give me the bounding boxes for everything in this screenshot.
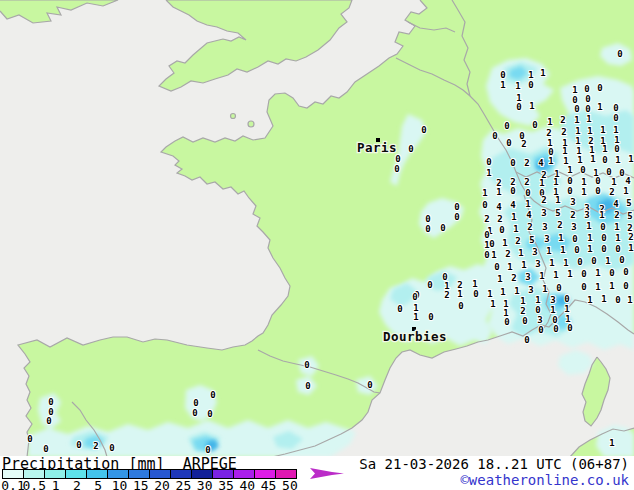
precip-value-marker: 0 xyxy=(504,317,509,327)
precip-value-marker: 0 xyxy=(613,103,618,113)
city-label: Paris xyxy=(357,140,397,155)
precip-value-marker: 5 xyxy=(626,198,631,208)
precip-value-marker: 1 xyxy=(546,246,551,256)
precip-value-marker: 0 xyxy=(305,381,310,391)
precip-value-marker: 1 xyxy=(513,224,518,234)
precip-value-marker: 1 xyxy=(609,281,614,291)
precip-value-marker: 2 xyxy=(497,214,502,224)
precip-value-marker: 1 xyxy=(600,125,605,135)
precip-value-marker: 1 xyxy=(482,188,487,198)
precip-value-marker: 0 xyxy=(581,269,586,279)
precip-value-marker: 0 xyxy=(591,256,596,266)
precip-value-marker: 1 xyxy=(587,126,592,136)
precip-value-marker: 1 xyxy=(514,286,519,296)
precip-value-marker: 1 xyxy=(548,156,553,166)
precip-value-marker: 0 xyxy=(535,305,540,315)
precip-value-marker: 0 xyxy=(394,164,399,174)
precip-value-marker: 0 xyxy=(623,267,628,277)
precip-value-marker: 2 xyxy=(609,187,614,197)
precip-value-marker: 2 xyxy=(527,222,532,232)
precip-value-marker: 3 xyxy=(537,315,542,325)
precip-value-marker: 0 xyxy=(525,188,530,198)
precip-value-marker: 1 xyxy=(586,221,591,231)
precip-value-marker: 2 xyxy=(505,249,510,259)
precip-value-marker: 0 xyxy=(614,144,619,154)
precip-value-marker: 1 xyxy=(560,245,565,255)
precip-value-marker: 0 xyxy=(506,138,511,148)
precip-value-marker: 3 xyxy=(525,272,530,282)
precip-value-marker: 0 xyxy=(510,158,515,168)
precip-value-marker: 0 xyxy=(482,200,487,210)
precip-value-marker: 1 xyxy=(590,154,595,164)
precip-value-marker: 1 xyxy=(520,296,525,306)
precip-value-marker: 1 xyxy=(613,125,618,135)
copyright-link[interactable]: ©weatheronline.co.uk xyxy=(460,472,629,488)
precip-value-marker: 1 xyxy=(602,144,607,154)
precip-value-marker: 1 xyxy=(511,212,516,222)
precip-value-marker: 1 xyxy=(515,81,520,91)
precip-value-marker: 1 xyxy=(614,222,619,232)
precip-value-marker: 3 xyxy=(570,197,575,207)
precip-value-marker: 2 xyxy=(570,210,575,220)
precip-value-marker: 1 xyxy=(529,101,534,111)
precip-value-marker: 1 xyxy=(490,299,495,309)
precip-value-marker: 0 xyxy=(425,214,430,224)
precip-value-marker: 0 xyxy=(425,224,430,234)
precip-value-marker: 3 xyxy=(532,247,537,257)
precip-value-marker: 1 xyxy=(507,262,512,272)
precip-value-marker: 0 xyxy=(489,239,494,249)
precip-value-marker: 2 xyxy=(444,290,449,300)
legend-scale-label: 50 xyxy=(273,478,307,490)
precip-value-marker: 1 xyxy=(615,233,620,243)
precip-value-marker: 2 xyxy=(541,195,546,205)
precip-value-marker: 0 xyxy=(516,102,521,112)
precip-value-marker: 1 xyxy=(497,274,502,284)
precip-value-marker: 0 xyxy=(584,84,589,94)
precip-value-marker: 1 xyxy=(587,295,592,305)
valid-time-text: Sa 21-03-2026 18..21 UTC (06+87) xyxy=(359,456,629,472)
precip-value-marker: 0 xyxy=(585,104,590,114)
precip-value-marker: 1 xyxy=(487,289,492,299)
precip-value-marker: 1 xyxy=(562,146,567,156)
precip-value-marker: 0 xyxy=(580,165,585,175)
precip-value-marker: 0 xyxy=(46,416,51,426)
precip-value-marker: 0 xyxy=(524,335,529,345)
precip-value-marker: 0 xyxy=(595,176,600,186)
precip-value-marker: 0 xyxy=(408,144,413,154)
precip-value-marker: 0 xyxy=(567,186,572,196)
precip-value-marker: 0 xyxy=(76,440,81,450)
precip-value-marker: 2 xyxy=(628,232,633,242)
precip-value-marker: 0 xyxy=(613,113,618,123)
precip-value-marker: 1 xyxy=(609,438,614,448)
precip-value-marker: 0 xyxy=(609,268,614,278)
precip-value-marker: 0 xyxy=(623,281,628,291)
precip-value-marker: 0 xyxy=(581,282,586,292)
precip-value-marker: 1 xyxy=(496,187,501,197)
precip-value-marker: 0 xyxy=(397,304,402,314)
precip-value-marker: 1 xyxy=(542,284,547,294)
legend-band: Precipitation [mm] ARPEGE 0.10.512510152… xyxy=(0,456,634,490)
precip-value-marker: 0 xyxy=(615,295,620,305)
precip-value-marker: 2 xyxy=(520,306,525,316)
precip-value-marker: 1 xyxy=(611,177,616,187)
precip-value-marker: 0 xyxy=(304,360,309,370)
precip-value-marker: 1 xyxy=(500,287,505,297)
precip-value-marker: 0 xyxy=(574,104,579,114)
precip-value-marker: 4 xyxy=(496,202,502,212)
precip-value-marker: 5 xyxy=(555,208,560,218)
precip-value-marker: 1 xyxy=(550,305,555,315)
precip-value-marker: 0 xyxy=(553,324,558,334)
precip-value-marker: 1 xyxy=(472,279,477,289)
precip-value-marker: 1 xyxy=(539,178,544,188)
precip-value-marker: 0 xyxy=(48,397,53,407)
precip-value-marker: 2 xyxy=(484,214,489,224)
precip-value-marker: 3 xyxy=(541,208,546,218)
precip-value-marker: 1 xyxy=(581,177,586,187)
precip-value-marker: 1 xyxy=(623,186,628,196)
precip-value-marker: 1 xyxy=(628,243,633,253)
precip-value-marker: 1 xyxy=(457,289,462,299)
precip-value-marker: 2 xyxy=(557,220,562,230)
precip-value-marker: 2 xyxy=(511,273,516,283)
precip-value-marker: 0 xyxy=(617,49,622,59)
city-label: Dourbies xyxy=(383,329,447,344)
